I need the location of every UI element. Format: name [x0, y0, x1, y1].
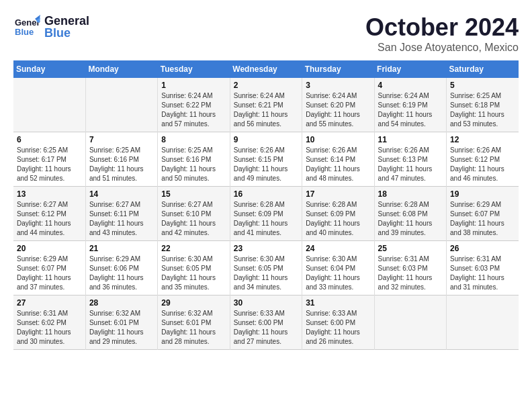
day-number: 23 [234, 244, 298, 253]
day-number: 16 [234, 189, 298, 199]
day-number: 4 [378, 81, 443, 90]
calendar-cell: 11Sunrise: 6:26 AM Sunset: 6:13 PM Dayli… [374, 132, 446, 187]
day-header-friday: Friday [374, 60, 446, 78]
day-info: Sunrise: 6:25 AM Sunset: 6:17 PM Dayligh… [17, 146, 82, 183]
calendar-cell: 1Sunrise: 6:24 AM Sunset: 6:22 PM Daylig… [158, 78, 230, 132]
calendar-cell: 23Sunrise: 6:30 AM Sunset: 6:05 PM Dayli… [230, 241, 302, 295]
logo-general: General [44, 15, 89, 27]
week-row-4: 20Sunrise: 6:29 AM Sunset: 6:07 PM Dayli… [13, 241, 519, 295]
day-info: Sunrise: 6:27 AM Sunset: 6:12 PM Dayligh… [17, 200, 82, 238]
svg-text:Blue: Blue [15, 27, 34, 37]
logo: General Blue General Blue [13, 13, 89, 40]
calendar-cell: 16Sunrise: 6:28 AM Sunset: 6:09 PM Dayli… [230, 187, 302, 241]
calendar-cell: 17Sunrise: 6:28 AM Sunset: 6:09 PM Dayli… [302, 187, 374, 241]
day-number: 20 [17, 244, 82, 253]
day-info: Sunrise: 6:24 AM Sunset: 6:20 PM Dayligh… [306, 91, 370, 129]
day-info: Sunrise: 6:29 AM Sunset: 6:07 PM Dayligh… [450, 200, 515, 238]
day-info: Sunrise: 6:26 AM Sunset: 6:15 PM Dayligh… [234, 146, 298, 183]
calendar-cell: 29Sunrise: 6:32 AM Sunset: 6:01 PM Dayli… [158, 295, 230, 350]
calendar-cell: 3Sunrise: 6:24 AM Sunset: 6:20 PM Daylig… [302, 78, 374, 132]
calendar-cell: 26Sunrise: 6:31 AM Sunset: 6:03 PM Dayli… [447, 241, 519, 295]
day-number: 14 [89, 189, 154, 199]
week-row-2: 6Sunrise: 6:25 AM Sunset: 6:17 PM Daylig… [13, 132, 519, 187]
day-info: Sunrise: 6:24 AM Sunset: 6:22 PM Dayligh… [161, 91, 226, 129]
day-info: Sunrise: 6:32 AM Sunset: 6:01 PM Dayligh… [89, 309, 154, 347]
calendar-cell: 22Sunrise: 6:30 AM Sunset: 6:05 PM Dayli… [158, 241, 230, 295]
day-number: 19 [450, 189, 515, 199]
day-info: Sunrise: 6:32 AM Sunset: 6:01 PM Dayligh… [161, 309, 226, 347]
day-number: 27 [17, 298, 82, 308]
day-info: Sunrise: 6:25 AM Sunset: 6:16 PM Dayligh… [89, 146, 154, 183]
calendar-cell [374, 295, 446, 350]
day-number: 9 [234, 135, 298, 144]
logo-icon: General Blue [13, 13, 40, 40]
day-number: 21 [89, 244, 154, 253]
calendar-title: October 2024 [365, 13, 519, 42]
day-number: 1 [161, 81, 226, 90]
day-info: Sunrise: 6:31 AM Sunset: 6:03 PM Dayligh… [450, 255, 515, 292]
calendar-cell: 19Sunrise: 6:29 AM Sunset: 6:07 PM Dayli… [447, 187, 519, 241]
day-info: Sunrise: 6:31 AM Sunset: 6:02 PM Dayligh… [17, 309, 82, 347]
calendar-cell: 24Sunrise: 6:30 AM Sunset: 6:04 PM Dayli… [302, 241, 374, 295]
day-info: Sunrise: 6:25 AM Sunset: 6:16 PM Dayligh… [161, 146, 226, 183]
calendar-cell: 31Sunrise: 6:33 AM Sunset: 6:00 PM Dayli… [302, 295, 374, 350]
day-header-saturday: Saturday [447, 60, 519, 78]
day-number: 7 [89, 135, 154, 144]
calendar-cell: 15Sunrise: 6:27 AM Sunset: 6:10 PM Dayli… [158, 187, 230, 241]
logo-blue: Blue [44, 27, 89, 39]
day-number: 10 [306, 135, 370, 144]
calendar-cell: 18Sunrise: 6:28 AM Sunset: 6:08 PM Dayli… [374, 187, 446, 241]
day-number: 6 [17, 135, 82, 144]
calendar-cell: 2Sunrise: 6:24 AM Sunset: 6:21 PM Daylig… [230, 78, 302, 132]
day-number: 12 [450, 135, 515, 144]
day-info: Sunrise: 6:33 AM Sunset: 6:00 PM Dayligh… [234, 309, 298, 347]
day-header-wednesday: Wednesday [230, 60, 302, 78]
logo-text: General Blue [44, 15, 89, 39]
day-number: 5 [450, 81, 515, 90]
calendar-cell [85, 78, 157, 132]
day-number: 31 [306, 298, 370, 308]
day-number: 15 [161, 189, 226, 199]
days-header-row: SundayMondayTuesdayWednesdayThursdayFrid… [13, 60, 519, 78]
day-number: 26 [450, 244, 515, 253]
calendar-cell: 13Sunrise: 6:27 AM Sunset: 6:12 PM Dayli… [13, 187, 85, 241]
day-info: Sunrise: 6:24 AM Sunset: 6:21 PM Dayligh… [234, 91, 298, 129]
day-number: 17 [306, 189, 370, 199]
day-number: 25 [378, 244, 443, 253]
calendar-cell: 12Sunrise: 6:26 AM Sunset: 6:12 PM Dayli… [447, 132, 519, 187]
day-info: Sunrise: 6:27 AM Sunset: 6:10 PM Dayligh… [161, 200, 226, 238]
page-header: General Blue General Blue October 2024 S… [13, 13, 519, 54]
day-header-thursday: Thursday [302, 60, 374, 78]
day-number: 29 [161, 298, 226, 308]
day-info: Sunrise: 6:30 AM Sunset: 6:04 PM Dayligh… [306, 255, 370, 292]
week-row-3: 13Sunrise: 6:27 AM Sunset: 6:12 PM Dayli… [13, 187, 519, 241]
day-info: Sunrise: 6:27 AM Sunset: 6:11 PM Dayligh… [89, 200, 154, 238]
day-header-monday: Monday [85, 60, 157, 78]
calendar-cell: 5Sunrise: 6:25 AM Sunset: 6:18 PM Daylig… [447, 78, 519, 132]
day-number: 3 [306, 81, 370, 90]
day-info: Sunrise: 6:33 AM Sunset: 6:00 PM Dayligh… [306, 309, 370, 347]
day-info: Sunrise: 6:25 AM Sunset: 6:18 PM Dayligh… [450, 91, 515, 129]
calendar-cell: 30Sunrise: 6:33 AM Sunset: 6:00 PM Dayli… [230, 295, 302, 350]
calendar-cell: 14Sunrise: 6:27 AM Sunset: 6:11 PM Dayli… [85, 187, 157, 241]
week-row-1: 1Sunrise: 6:24 AM Sunset: 6:22 PM Daylig… [13, 78, 519, 132]
day-info: Sunrise: 6:28 AM Sunset: 6:09 PM Dayligh… [234, 200, 298, 238]
day-number: 11 [378, 135, 443, 144]
week-row-5: 27Sunrise: 6:31 AM Sunset: 6:02 PM Dayli… [13, 295, 519, 350]
calendar-cell: 20Sunrise: 6:29 AM Sunset: 6:07 PM Dayli… [13, 241, 85, 295]
calendar-cell: 7Sunrise: 6:25 AM Sunset: 6:16 PM Daylig… [85, 132, 157, 187]
day-number: 28 [89, 298, 154, 308]
title-section: October 2024 San Jose Atoyatenco, Mexico [365, 13, 519, 54]
day-info: Sunrise: 6:30 AM Sunset: 6:05 PM Dayligh… [161, 255, 226, 292]
calendar-cell: 4Sunrise: 6:24 AM Sunset: 6:19 PM Daylig… [374, 78, 446, 132]
day-info: Sunrise: 6:26 AM Sunset: 6:14 PM Dayligh… [306, 146, 370, 183]
calendar-cell: 10Sunrise: 6:26 AM Sunset: 6:14 PM Dayli… [302, 132, 374, 187]
calendar-cell: 21Sunrise: 6:29 AM Sunset: 6:06 PM Dayli… [85, 241, 157, 295]
calendar-cell: 28Sunrise: 6:32 AM Sunset: 6:01 PM Dayli… [85, 295, 157, 350]
calendar-cell: 27Sunrise: 6:31 AM Sunset: 6:02 PM Dayli… [13, 295, 85, 350]
day-info: Sunrise: 6:29 AM Sunset: 6:06 PM Dayligh… [89, 255, 154, 292]
calendar-cell [447, 295, 519, 350]
calendar-cell: 6Sunrise: 6:25 AM Sunset: 6:17 PM Daylig… [13, 132, 85, 187]
day-info: Sunrise: 6:31 AM Sunset: 6:03 PM Dayligh… [378, 255, 443, 292]
calendar-cell: 25Sunrise: 6:31 AM Sunset: 6:03 PM Dayli… [374, 241, 446, 295]
